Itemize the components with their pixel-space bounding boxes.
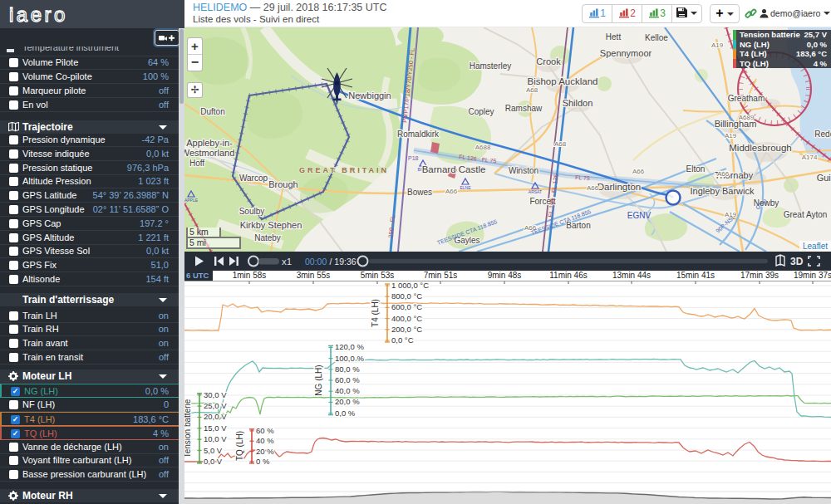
svg-text:GREAT BRITAIN: GREAT BRITAIN — [299, 166, 389, 174]
svg-text:20,0 %: 20,0 % — [335, 397, 360, 406]
svg-text:15,0 V: 15,0 V — [204, 423, 227, 433]
svg-text:25,0 V: 25,0 V — [204, 401, 227, 410]
svg-text:Westmorland: Westmorland — [184, 148, 234, 158]
svg-text:Copley: Copley — [468, 107, 494, 116]
svg-text:20,0 V: 20,0 V — [204, 412, 227, 421]
svg-text:Darlington: Darlington — [597, 182, 641, 192]
svg-text:Hamsterley: Hamsterley — [470, 61, 512, 71]
svg-text:FL 75: FL 75 — [575, 174, 590, 181]
svg-text:600,0 °C: 600,0 °C — [391, 302, 422, 311]
svg-text:Warcop: Warcop — [239, 174, 268, 183]
svg-text:A66: A66 — [445, 188, 458, 195]
svg-text:Barnard Castle: Barnard Castle — [422, 164, 486, 174]
svg-text:EGNV: EGNV — [627, 211, 652, 220]
svg-text:800,0 °C: 800,0 °C — [391, 291, 422, 301]
svg-text:400,0 °C: 400,0 °C — [391, 314, 422, 323]
svg-text:P18: P18 — [408, 155, 419, 161]
svg-text:Spennymoor: Spennymoor — [600, 48, 652, 58]
svg-text:A66: A66 — [587, 184, 599, 192]
svg-text:NG (LH): NG (LH) — [314, 365, 323, 395]
svg-text:APPLE: APPLE — [184, 198, 199, 203]
svg-text:A66: A66 — [632, 168, 645, 175]
svg-text:Great Ayton: Great Ayton — [784, 210, 828, 219]
svg-text:T4 (LH): T4 (LH) — [371, 299, 380, 327]
svg-text:10,0 V: 10,0 V — [204, 434, 227, 443]
svg-text:Ramshaw: Ramshaw — [505, 104, 543, 113]
svg-text:3D: 3D — [790, 256, 804, 267]
svg-text:ELNE: ELNE — [460, 185, 471, 190]
svg-text:x1: x1 — [282, 257, 292, 267]
svg-text:60,0 %: 60,0 % — [335, 375, 360, 384]
svg-text:ARSAT: ARSAT — [529, 189, 542, 194]
svg-text:/ 19:36: / 19:36 — [330, 257, 356, 267]
svg-text:Hett: Hett — [606, 32, 622, 42]
svg-text:Appleby-in-: Appleby-in- — [186, 138, 233, 148]
svg-text:Hoff: Hoff — [189, 159, 204, 168]
svg-text:Newbiggin: Newbiggin — [348, 91, 391, 100]
svg-text:Barton: Barton — [566, 221, 590, 230]
svg-text:Middlesbrough: Middlesbrough — [729, 143, 791, 153]
svg-text:20 %: 20 % — [256, 447, 274, 456]
svg-text:Brough: Brough — [268, 179, 297, 189]
svg-text:0,0 %: 0,0 % — [335, 409, 356, 418]
svg-text:0,0 °C: 0,0 °C — [391, 335, 414, 345]
svg-text:A66: A66 — [717, 170, 730, 178]
svg-text:Bishop Auckland: Bishop Auckland — [527, 76, 597, 86]
svg-text:0,0 V: 0,0 V — [204, 457, 223, 466]
svg-text:Shildon: Shildon — [563, 98, 593, 108]
svg-text:30,0 V: 30,0 V — [204, 390, 227, 399]
svg-text:0 %: 0 % — [256, 457, 270, 466]
svg-text:A19: A19 — [711, 42, 724, 49]
svg-text:A19: A19 — [725, 132, 737, 139]
svg-text:A174: A174 — [802, 154, 818, 161]
svg-text:Romaldkirk: Romaldkirk — [397, 130, 440, 139]
svg-text:TQ (LH): TQ (LH) — [235, 431, 244, 461]
svg-text:Kirkby Stephen: Kirkby Stephen — [240, 220, 302, 230]
svg-text:A689: A689 — [739, 114, 755, 121]
svg-text:Nateby: Nateby — [254, 233, 281, 242]
svg-text:Winston: Winston — [509, 166, 538, 175]
svg-text:5,0 V: 5,0 V — [204, 446, 223, 455]
svg-text:A68: A68 — [554, 140, 567, 148]
svg-text:1 000,0 °C: 1 000,0 °C — [391, 281, 429, 290]
svg-text:100,0 %: 100,0 % — [335, 354, 364, 363]
svg-text:Soulby: Soulby — [239, 207, 265, 216]
svg-text:200,0 °C: 200,0 °C — [391, 325, 422, 334]
svg-text:A68: A68 — [526, 86, 538, 94]
svg-text:A688: A688 — [475, 144, 491, 151]
svg-text:Kelloe: Kelloe — [645, 33, 668, 42]
svg-text:Bowes: Bowes — [407, 188, 432, 197]
svg-text:00:00: 00:00 — [305, 257, 327, 267]
svg-text:40,0 %: 40,0 % — [335, 386, 360, 395]
svg-text:40 %: 40 % — [256, 436, 274, 445]
svg-text:Dufton: Dufton — [200, 107, 224, 116]
svg-text:Guis: Guis — [817, 173, 831, 183]
svg-text:Ingleby Barwick: Ingleby Barwick — [690, 186, 755, 196]
svg-text:Tension batterie: Tension batterie — [184, 399, 192, 458]
svg-text:Elton: Elton — [686, 164, 706, 174]
svg-text:80,0 %: 80,0 % — [335, 365, 360, 374]
svg-text:Greatham: Greatham — [728, 94, 765, 103]
svg-text:60 %: 60 % — [256, 426, 274, 435]
svg-text:Redc: Redc — [814, 130, 831, 139]
svg-text:Crook: Crook — [536, 56, 561, 66]
svg-text:120,0 %: 120,0 % — [335, 342, 364, 351]
